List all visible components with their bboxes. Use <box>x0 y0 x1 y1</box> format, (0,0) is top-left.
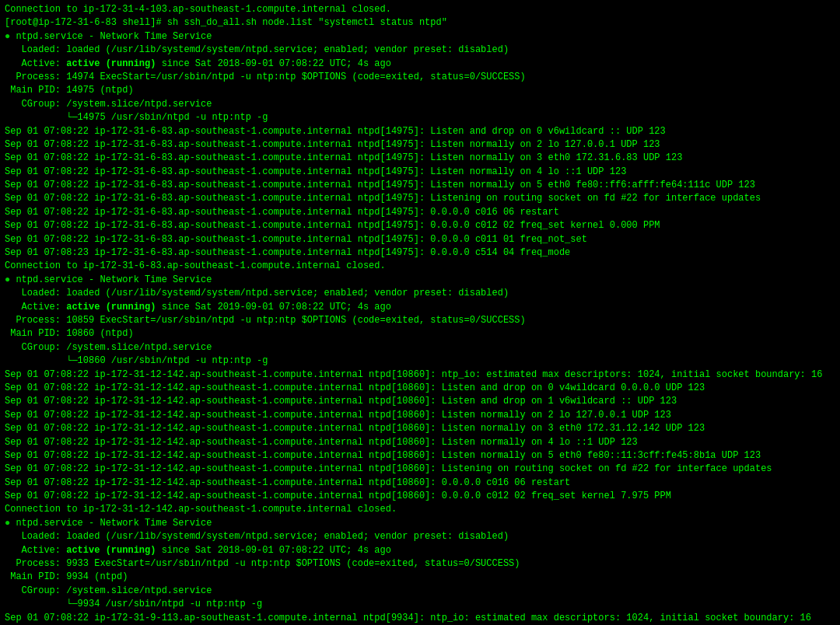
terminal-line: Sep 01 07:08:22 ip-172-31-6-83.ap-southe… <box>5 206 835 219</box>
terminal-line: Sep 01 07:08:22 ip-172-31-6-83.ap-southe… <box>5 166 835 179</box>
terminal-line: Sep 01 07:08:22 ip-172-31-12-142.ap-sout… <box>5 449 835 463</box>
terminal-line: [root@ip-172-31-6-83 shell]# sh ssh_do_a… <box>5 16 835 30</box>
terminal-line: Sep 01 07:08:22 ip-172-31-12-142.ap-sout… <box>5 463 835 476</box>
terminal-line: Sep 01 07:08:22 ip-172-31-12-142.ap-sout… <box>5 477 835 490</box>
terminal-line: Sep 01 07:08:22 ip-172-31-12-142.ap-sout… <box>5 395 835 408</box>
terminal-line: Sep 01 07:08:23 ip-172-31-6-83.ap-southe… <box>5 246 835 260</box>
terminal-line: Active: active (running) since Sat 2018-… <box>5 544 835 557</box>
terminal-line: Sep 01 07:08:22 ip-172-31-12-142.ap-sout… <box>5 490 835 503</box>
terminal-line: Sep 01 07:08:22 ip-172-31-6-83.ap-southe… <box>5 179 835 192</box>
terminal-line: CGroup: /system.slice/ntpd.service <box>5 585 835 598</box>
terminal-line: Main PID: 9934 (ntpd) <box>5 571 835 584</box>
terminal-line: CGroup: /system.slice/ntpd.service <box>5 98 835 111</box>
terminal-line: Sep 01 07:08:22 ip-172-31-6-83.ap-southe… <box>5 138 835 152</box>
terminal-line: ● ntpd.service - Network Time Service <box>5 517 835 530</box>
terminal-line: Sep 01 07:08:22 ip-172-31-12-142.ap-sout… <box>5 409 835 422</box>
terminal-line: Connection to ip-172-31-12-142.ap-southe… <box>5 503 835 516</box>
terminal-line: Process: 14974 ExecStart=/usr/sbin/ntpd … <box>5 71 835 84</box>
terminal-line: Active: active (running) since Sat 2018-… <box>5 58 835 71</box>
terminal-line: Sep 01 07:08:22 ip-172-31-6-83.ap-southe… <box>5 192 835 205</box>
terminal-line: Loaded: loaded (/usr/lib/systemd/system/… <box>5 530 835 543</box>
terminal-line: Loaded: loaded (/usr/lib/systemd/system/… <box>5 44 835 57</box>
terminal-line: Connection to ip-172-31-6-83.ap-southeas… <box>5 260 835 273</box>
terminal-line: └─14975 /usr/sbin/ntpd -u ntp:ntp -g <box>5 111 835 124</box>
terminal-line: Main PID: 10860 (ntpd) <box>5 327 835 340</box>
terminal-line: Process: 10859 ExecStart=/usr/sbin/ntpd … <box>5 314 835 327</box>
terminal-line: Main PID: 14975 (ntpd) <box>5 84 835 97</box>
terminal-line: Sep 01 07:08:22 ip-172-31-9-113.ap-south… <box>5 612 835 625</box>
terminal-line: ● ntpd.service - Network Time Service <box>5 30 835 44</box>
terminal-line: Sep 01 07:08:22 ip-172-31-12-142.ap-sout… <box>5 382 835 395</box>
terminal-line: Connection to ip-172-31-4-103.ap-southea… <box>5 3 835 16</box>
terminal-line: └─10860 /usr/sbin/ntpd -u ntp:ntp -g <box>5 354 835 368</box>
terminal-line: └─9934 /usr/sbin/ntpd -u ntp:ntp -g <box>5 598 835 611</box>
terminal-line: Sep 01 07:08:22 ip-172-31-12-142.ap-sout… <box>5 422 835 435</box>
terminal-line: Sep 01 07:08:22 ip-172-31-12-142.ap-sout… <box>5 436 835 449</box>
terminal-line: Sep 01 07:08:22 ip-172-31-6-83.ap-southe… <box>5 152 835 165</box>
terminal-line: CGroup: /system.slice/ntpd.service <box>5 341 835 354</box>
terminal-line: ● ntpd.service - Network Time Service <box>5 274 835 287</box>
terminal-line: Sep 01 07:08:22 ip-172-31-6-83.ap-southe… <box>5 219 835 232</box>
terminal-window: Connection to ip-172-31-4-103.ap-southea… <box>0 0 840 625</box>
terminal-line: Sep 01 07:08:22 ip-172-31-6-83.ap-southe… <box>5 233 835 246</box>
terminal-line: Loaded: loaded (/usr/lib/systemd/system/… <box>5 287 835 300</box>
terminal-line: Process: 9933 ExecStart=/usr/sbin/ntpd -… <box>5 557 835 571</box>
terminal-line: Sep 01 07:08:22 ip-172-31-12-142.ap-sout… <box>5 368 835 382</box>
terminal-output: Connection to ip-172-31-4-103.ap-southea… <box>5 3 835 625</box>
terminal-line: Sep 01 07:08:22 ip-172-31-6-83.ap-southe… <box>5 125 835 138</box>
terminal-line: Active: active (running) since Sat 2019-… <box>5 301 835 314</box>
